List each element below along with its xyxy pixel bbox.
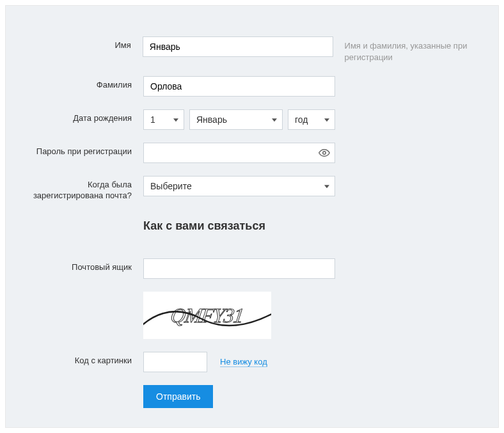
submit-button[interactable]: Отправить [143,385,213,408]
label-password: Пароль при регистрации [31,143,143,157]
row-captcha-image: QMFY31 [31,292,473,339]
label-birthdate: Дата рождения [31,109,143,124]
label-lastname: Фамилия [31,76,143,91]
row-password: Пароль при регистрации [31,143,473,163]
row-birthdate: Дата рождения 1 Январь год [31,109,473,130]
row-lastname: Фамилия [31,76,473,97]
day-value: 1 [144,110,184,129]
captcha-code-input[interactable] [143,352,207,372]
label-captcha-code: Код с картинки [31,352,143,366]
month-select[interactable]: Январь [189,109,283,130]
eye-icon[interactable] [317,146,331,160]
contact-heading: Как с вами связаться [143,214,265,233]
label-when-registered: Когда была зарегистрирована почта? [31,176,143,201]
svg-point-0 [323,152,326,155]
captcha-text: QMFY31 [169,304,245,327]
firstname-input[interactable] [143,36,333,57]
when-registered-value: Выберите [144,177,335,196]
day-select[interactable]: 1 [143,109,184,130]
row-submit: Отправить [31,385,473,408]
form-container: Имя Имя и фамилия, указанные при регистр… [5,5,499,428]
year-value: год [288,110,335,129]
label-firstname: Имя [31,36,143,51]
row-section-heading: Как с вами связаться [31,214,473,246]
row-firstname: Имя Имя и фамилия, указанные при регистр… [31,36,473,63]
when-registered-select[interactable]: Выберите [143,176,335,196]
row-captcha-code: Код с картинки Не вижу код [31,352,473,372]
row-when-registered: Когда была зарегистрирована почта? Выбер… [31,176,473,201]
email-input[interactable] [143,258,335,279]
label-email: Почтовый ящик [31,258,143,273]
month-value: Январь [190,110,282,129]
row-email: Почтовый ящик [31,258,473,279]
lastname-input[interactable] [143,76,335,97]
password-input[interactable] [143,143,335,163]
year-select[interactable]: год [288,109,335,130]
captcha-image: QMFY31 [143,292,271,339]
cant-see-code-link[interactable]: Не вижу код [220,357,267,367]
hint-name: Имя и фамилия, указанные при регистрации [333,36,473,63]
